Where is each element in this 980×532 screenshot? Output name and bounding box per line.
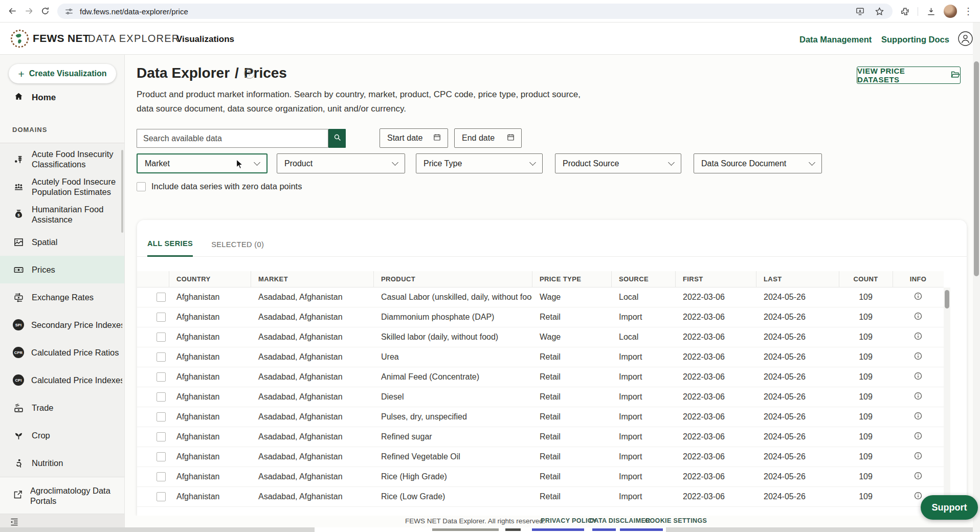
sidebar-item-humanitarian-food-assistance[interactable]: $Humanitarian FoodAssistance xyxy=(0,201,124,228)
info-icon[interactable] xyxy=(914,391,923,403)
page-scrollbar-thumb[interactable] xyxy=(974,61,979,276)
search-input[interactable] xyxy=(137,129,328,148)
filter-dropdown-product-source[interactable]: Product Source xyxy=(555,153,681,173)
fews-net-logo[interactable] xyxy=(10,29,29,48)
collapse-sidebar-icon[interactable] xyxy=(9,517,19,529)
cell-first: 2022-03-06 xyxy=(675,492,756,501)
row-checkbox[interactable] xyxy=(157,412,166,422)
row-checkbox[interactable] xyxy=(157,492,166,501)
sidebar-scrollbar[interactable] xyxy=(121,150,123,233)
header-cell-source[interactable]: SOURCE xyxy=(611,271,675,287)
sidebar-item-calculated-price-indexes[interactable]: CPICalculated Price Indexes xyxy=(0,366,124,394)
cell-country: Afghanistan xyxy=(169,352,251,362)
breadcrumb-section[interactable]: Data Explorer xyxy=(137,65,230,81)
account-icon[interactable] xyxy=(957,31,973,47)
sidebar-item-secondary-price-indexes[interactable]: SPISecondary Price Indexes xyxy=(0,311,124,339)
row-checkbox[interactable] xyxy=(157,392,166,402)
tab-all-series[interactable]: ALL SERIES xyxy=(147,239,193,257)
header-cell-last[interactable]: LAST xyxy=(756,271,839,287)
row-checkbox[interactable] xyxy=(157,293,166,302)
sidebar-item-spatial[interactable]: Spatial xyxy=(0,228,124,256)
extensions-icon[interactable] xyxy=(899,5,911,17)
bookmark-star-icon[interactable] xyxy=(873,5,885,17)
sidebar-item-trade[interactable]: Trade xyxy=(0,394,124,422)
row-checkbox[interactable] xyxy=(157,472,166,481)
info-icon[interactable] xyxy=(914,351,923,363)
info-icon[interactable] xyxy=(914,331,923,343)
info-icon[interactable] xyxy=(914,431,923,442)
url-bar[interactable]: fdw.fews.net/data-explorer/price xyxy=(57,4,893,19)
forward-icon[interactable] xyxy=(23,5,35,17)
page-scrollbar[interactable] xyxy=(973,23,980,532)
row-checkbox[interactable] xyxy=(157,372,166,382)
sidebar-item-agroclimatology-data-portals[interactable]: Agroclimatology Data Portals xyxy=(0,477,124,514)
cell-price_type: Retail xyxy=(532,452,611,461)
sidebar-item-crop[interactable]: Crop xyxy=(0,422,124,449)
nav-supporting-docs[interactable]: Supporting Docs xyxy=(881,35,949,45)
info-icon[interactable] xyxy=(914,411,923,423)
info-icon[interactable] xyxy=(914,312,923,323)
end-date-field[interactable]: End date xyxy=(454,128,522,148)
sidebar-item-exchange-rates[interactable]: Exchange Rates xyxy=(0,283,124,311)
sidebar-item-label: Acutely Food InsecurePopulation Estimate… xyxy=(32,176,123,197)
row-checkbox[interactable] xyxy=(157,432,166,441)
chevron-down-icon xyxy=(392,159,398,166)
nav-data-management[interactable]: Data Management xyxy=(799,35,872,45)
table-row: AfghanistanAsadabad, AfghanistanPulses, … xyxy=(137,407,944,427)
nav-visualizations[interactable]: Visualizations xyxy=(176,34,234,45)
sidebar-item-calculated-price-ratios[interactable]: CPRCalculated Price Ratios xyxy=(0,339,124,366)
zero-series-checkbox[interactable] xyxy=(137,182,146,191)
footer-link-data-disclaimer[interactable]: DATA DISCLAIMER xyxy=(589,517,651,524)
cell-count: 109 xyxy=(839,472,893,481)
footer-link-privacy-policy[interactable]: PRIVACY POLICY xyxy=(541,517,597,524)
table-scrollbar-thumb[interactable] xyxy=(945,290,949,308)
footer-link-cookie-settings[interactable]: COOKIE SETTINGS xyxy=(645,517,707,524)
sidebar-item-acutely-food-insecure-population-estimates[interactable]: Acutely Food InsecurePopulation Estimate… xyxy=(0,173,124,201)
sidebar-item-acute-food-insecurity-classifications[interactable]: Acute Food InsecurityClassifications xyxy=(0,145,124,173)
info-icon[interactable] xyxy=(914,371,923,383)
reload-icon[interactable] xyxy=(39,5,51,17)
create-visualization-button[interactable]: + Create Visualization xyxy=(9,64,116,83)
install-app-icon[interactable] xyxy=(854,5,866,17)
table-scrollbar[interactable] xyxy=(944,287,950,516)
header-cell-info[interactable]: INFO xyxy=(893,271,944,287)
row-checkbox[interactable] xyxy=(157,332,166,342)
browser-menu-icon[interactable]: ⋮ xyxy=(964,7,973,16)
search-button[interactable] xyxy=(328,129,346,148)
header-cell-first[interactable]: FIRST xyxy=(675,271,756,287)
view-price-datasets-button[interactable]: VIEW PRICE DATASETS xyxy=(857,66,961,84)
url-text[interactable]: fdw.fews.net/data-explorer/price xyxy=(80,7,854,16)
info-icon[interactable] xyxy=(914,471,923,482)
filter-dropdown-product[interactable]: Product xyxy=(277,153,405,173)
brand-name[interactable]: FEWS NET xyxy=(33,32,90,45)
filter-dropdown-market[interactable]: Market xyxy=(137,153,268,173)
calendar-icon[interactable] xyxy=(433,133,441,144)
row-checkbox[interactable] xyxy=(157,352,166,362)
sidebar-item-prices[interactable]: Prices xyxy=(0,256,124,283)
help-icon[interactable]: ? xyxy=(244,68,255,79)
sidebar-item-home[interactable]: Home xyxy=(0,87,124,108)
back-icon[interactable] xyxy=(6,5,18,17)
browser-profile-avatar[interactable] xyxy=(944,5,957,18)
series-table-card: ALL SERIES SELECTED (0) COUNTRYMARKETPRO… xyxy=(137,220,967,516)
row-checkbox[interactable] xyxy=(157,452,166,461)
info-icon[interactable] xyxy=(914,491,923,502)
header-cell-select xyxy=(137,271,169,287)
site-info-icon[interactable] xyxy=(64,5,74,17)
support-button[interactable]: Support xyxy=(921,495,978,520)
downloads-icon[interactable] xyxy=(925,5,937,17)
calendar-icon[interactable] xyxy=(506,133,515,144)
header-cell-price-type[interactable]: PRICE TYPE xyxy=(532,271,611,287)
header-cell-country[interactable]: COUNTRY xyxy=(169,271,251,287)
filter-dropdown-data-source-document[interactable]: Data Source Document xyxy=(694,153,822,173)
tab-selected[interactable]: SELECTED (0) xyxy=(211,240,264,256)
filter-dropdown-price-type[interactable]: Price Type xyxy=(416,153,543,173)
info-icon[interactable] xyxy=(914,451,923,462)
header-cell-count[interactable]: COUNT xyxy=(839,271,893,287)
start-date-field[interactable]: Start date xyxy=(380,128,448,148)
sidebar-item-nutrition[interactable]: Nutrition xyxy=(0,449,124,477)
info-icon[interactable] xyxy=(914,292,923,303)
header-cell-market[interactable]: MARKET xyxy=(251,271,373,287)
row-checkbox[interactable] xyxy=(157,313,166,322)
header-cell-product[interactable]: PRODUCT xyxy=(373,271,532,287)
